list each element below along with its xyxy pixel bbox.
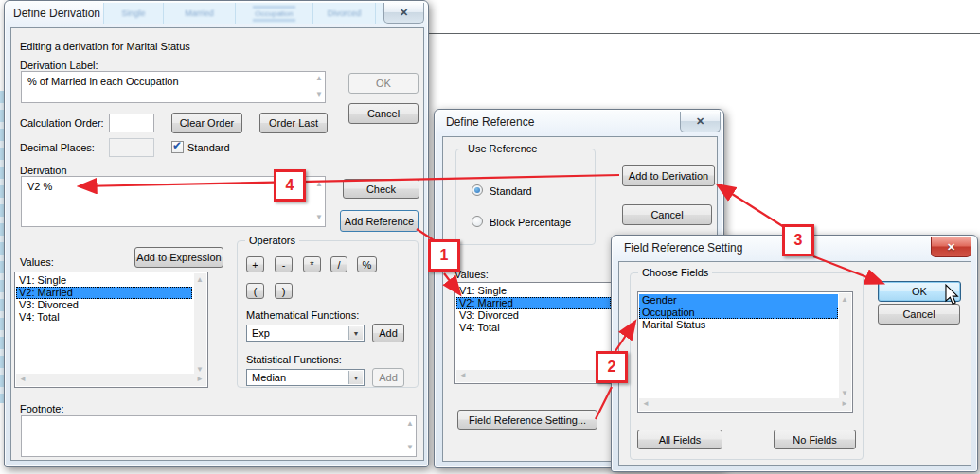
derivation-label-caption: Derivation Label:: [20, 60, 98, 71]
derivation-expression-text: V2 %: [27, 181, 52, 192]
operator-divide-button[interactable]: /: [330, 256, 347, 272]
block-percentage-radio[interactable]: [472, 216, 483, 227]
footnote-input[interactable]: ▲ ▼: [21, 415, 417, 457]
math-functions-select[interactable]: Exp ▼: [246, 325, 365, 342]
check-button[interactable]: Check: [343, 179, 419, 199]
calculation-order-input[interactable]: [109, 114, 154, 132]
operator-plus-button[interactable]: +: [246, 256, 264, 272]
table-header-cell: Single: [103, 3, 164, 24]
no-fields-button[interactable]: No Fields: [774, 430, 856, 449]
close-icon[interactable]: ✕: [680, 112, 721, 132]
stat-functions-select[interactable]: Median ▼: [246, 369, 365, 386]
background-table-border: [429, 33, 980, 34]
editing-note: Editing a derivation for Marital Status: [20, 41, 190, 52]
list-item[interactable]: V1: Single: [456, 285, 611, 297]
list-item-selected[interactable]: Occupation: [639, 307, 838, 319]
ok-button[interactable]: OK: [348, 73, 419, 94]
standard-checkbox-label: Standard: [187, 142, 230, 153]
footnote-caption: Footnote:: [20, 403, 63, 414]
list-item[interactable]: V3: Divorced: [16, 299, 192, 311]
define-derivation-titlebar[interactable]: Single Married Occupation Divorced Total…: [5, 1, 428, 26]
scroll-down-icon[interactable]: ▼: [839, 388, 850, 398]
derivation-label-input[interactable]: % of Married in each Occupation ▲ ▼: [21, 71, 326, 103]
scroll-up-icon[interactable]: ▲: [194, 274, 205, 285]
scroll-up-icon[interactable]: ▲: [315, 181, 323, 188]
list-item[interactable]: V4: Total: [16, 311, 192, 324]
use-reference-caption: Use Reference: [464, 143, 541, 154]
horizontal-scrollbar[interactable]: ◄ ►: [16, 374, 206, 386]
scroll-left-icon[interactable]: ◄: [640, 398, 651, 409]
ok-button[interactable]: OK: [878, 281, 961, 302]
operators-caption: Operators: [245, 235, 299, 246]
stat-functions-caption: Statistical Functions:: [246, 354, 342, 365]
math-functions-caption: Mathematical Functions:: [246, 309, 359, 321]
horizontal-scrollbar[interactable]: ◄ ►: [456, 370, 612, 382]
field-reference-setting-button[interactable]: Field Reference Setting...: [457, 410, 597, 430]
checkmark-icon: ✔: [172, 139, 182, 152]
close-icon[interactable]: ✕: [383, 3, 424, 24]
scroll-right-icon[interactable]: ►: [839, 398, 850, 409]
decimal-places-input[interactable]: [109, 138, 154, 157]
define-reference-titlebar[interactable]: Define Reference ✕: [435, 110, 723, 135]
scroll-down-icon[interactable]: ▼: [406, 444, 414, 451]
list-item[interactable]: V1: Single: [16, 274, 192, 287]
values-listbox[interactable]: V1: Single V2: Married V3: Divorced V4: …: [454, 282, 614, 384]
add-to-expression-button[interactable]: Add to Expression: [134, 247, 223, 268]
choose-fields-caption: Choose Fields: [638, 267, 712, 278]
blurred-table-headers: Single Married Occupation Divorced Total: [103, 3, 408, 24]
step-badge-4: 4: [274, 169, 306, 202]
stat-functions-value: Median: [252, 372, 286, 383]
list-item[interactable]: Marital Status: [639, 319, 838, 331]
define-derivation-dialog: Single Married Occupation Divorced Total…: [4, 0, 429, 467]
define-derivation-client: Editing a derivation for Marital Status …: [10, 27, 424, 461]
clear-order-button[interactable]: Clear Order: [171, 113, 242, 133]
vertical-scrollbar[interactable]: ▲ ▼: [194, 273, 206, 376]
math-add-button[interactable]: Add: [372, 324, 404, 342]
chevron-down-icon: ▼: [348, 371, 363, 384]
scroll-up-icon[interactable]: ▲: [839, 294, 850, 305]
scroll-left-icon[interactable]: ◄: [457, 370, 469, 380]
operators-group: Operators + - * / % ( ) Mathematical Fun…: [237, 240, 419, 388]
operator-close-paren-button[interactable]: ): [275, 283, 293, 299]
scroll-up-icon[interactable]: ▲: [406, 420, 414, 428]
list-item[interactable]: V4: Total: [456, 322, 611, 334]
cancel-button[interactable]: Cancel: [622, 204, 712, 225]
decimal-places-caption: Decimal Places:: [20, 142, 95, 153]
list-item-selected[interactable]: V2: Married: [456, 297, 611, 309]
add-to-derivation-button[interactable]: Add to Derivation: [622, 165, 715, 186]
cancel-button[interactable]: Cancel: [878, 304, 960, 325]
scroll-right-icon[interactable]: ►: [194, 374, 205, 384]
scroll-up-icon[interactable]: ▲: [315, 75, 323, 82]
standard-checkbox[interactable]: ✔: [171, 141, 184, 153]
add-reference-button[interactable]: Add Reference: [340, 210, 419, 232]
operator-minus-button[interactable]: -: [275, 256, 293, 272]
values-listbox[interactable]: V1: Single V2: Married V3: Divorced V4: …: [14, 272, 208, 388]
order-last-button[interactable]: Order Last: [259, 113, 328, 133]
operator-percent-button[interactable]: %: [357, 256, 377, 272]
operator-open-paren-button[interactable]: (: [246, 283, 264, 299]
horizontal-scrollbar[interactable]: ◄ ►: [639, 398, 851, 411]
field-reference-setting-dialog: Field Reference Setting ✕ Choose Fields …: [611, 235, 978, 472]
all-fields-button[interactable]: All Fields: [637, 430, 722, 449]
step-badge-2: 2: [596, 351, 628, 383]
scroll-left-icon[interactable]: ◄: [17, 374, 28, 384]
scroll-down-icon[interactable]: ▼: [315, 214, 323, 221]
fields-listbox[interactable]: Gender Occupation Marital Status ▲ ▼ ◄ ►: [637, 291, 853, 413]
list-item[interactable]: V3: Divorced: [456, 309, 611, 322]
close-icon[interactable]: ✕: [931, 237, 971, 257]
use-reference-group: Use Reference Standard Block Percentage: [455, 149, 596, 245]
cancel-button[interactable]: Cancel: [348, 103, 419, 124]
standard-radio-label: Standard: [490, 185, 532, 197]
standard-radio[interactable]: [472, 184, 483, 196]
list-item-selected[interactable]: Gender: [639, 294, 838, 307]
derivation-caption: Derivation: [20, 165, 67, 176]
dialog-title: Define Reference: [446, 115, 534, 129]
step-badge-1: 1: [428, 239, 460, 272]
table-header-cell: Divorced: [313, 3, 376, 24]
stat-add-button[interactable]: Add: [372, 368, 404, 387]
list-item-selected[interactable]: V2: Married: [16, 287, 192, 299]
math-functions-value: Exp: [252, 327, 270, 339]
scroll-down-icon[interactable]: ▼: [315, 91, 323, 98]
operator-multiply-button[interactable]: *: [303, 256, 321, 272]
vertical-scrollbar[interactable]: ▲ ▼: [839, 293, 851, 399]
